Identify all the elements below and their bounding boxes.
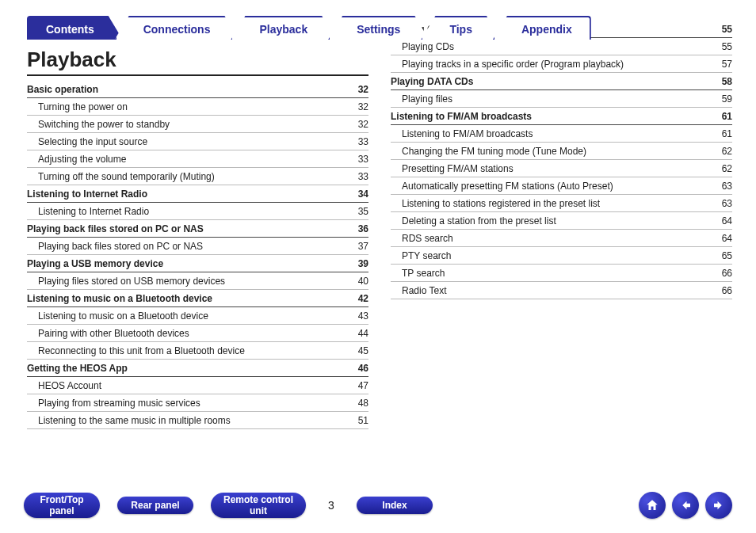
toc-item[interactable]: Listening to the same music in multiple … bbox=[27, 412, 368, 429]
toc-item[interactable]: Presetting FM/AM stations62 bbox=[391, 160, 732, 177]
toc-item[interactable]: Pairing with other Bluetooth devices44 bbox=[27, 325, 368, 342]
toc-page: 61 bbox=[722, 111, 732, 122]
toc-item[interactable]: Playing files stored on USB memory devic… bbox=[27, 272, 368, 290]
tab-contents[interactable]: Contents bbox=[27, 16, 123, 40]
toc-item[interactable]: Switching the power to standby32 bbox=[27, 116, 368, 133]
toc-label: Getting the HEOS App bbox=[27, 363, 128, 374]
toc-page: 59 bbox=[722, 93, 732, 105]
toc-section[interactable]: Playing a USB memory device39 bbox=[27, 255, 368, 272]
toc-page: 42 bbox=[358, 293, 368, 304]
toc-item[interactable]: Listening to Internet Radio35 bbox=[27, 203, 368, 220]
index-button[interactable]: Index bbox=[357, 497, 433, 514]
toc-page: 32 bbox=[358, 101, 368, 112]
toc-page: 33 bbox=[358, 171, 368, 182]
toc-item[interactable]: Listening to music on a Bluetooth device… bbox=[27, 307, 368, 325]
toc-page: 64 bbox=[722, 233, 732, 244]
toc-page: 32 bbox=[358, 119, 368, 130]
rear-panel-button[interactable]: Rear panel bbox=[117, 497, 193, 514]
toc-page: 66 bbox=[722, 285, 732, 296]
tab-tips[interactable]: Tips bbox=[421, 16, 501, 40]
toc-label: Listening to stations registered in the … bbox=[402, 198, 600, 209]
toc-section[interactable]: Listening to music on a Bluetooth device… bbox=[27, 290, 368, 307]
toc-item[interactable]: Playing from streaming music services48 bbox=[27, 394, 368, 412]
toc-item[interactable]: Changing the FM tuning mode (Tune Mode)6… bbox=[391, 143, 732, 160]
toc-item[interactable]: TP search66 bbox=[391, 265, 732, 282]
toc-item[interactable]: Turning off the sound temporarily (Mutin… bbox=[27, 168, 368, 185]
toc-page: 35 bbox=[358, 206, 368, 217]
toc-label: Playing back files stored on PC or NAS bbox=[27, 223, 204, 234]
toc-label: Listening to FM/AM broadcasts bbox=[391, 111, 532, 122]
tab-settings[interactable]: Settings bbox=[328, 16, 429, 40]
toc-label: TP search bbox=[402, 268, 445, 279]
toc-label: Playing tracks in a specific order (Prog… bbox=[402, 59, 624, 70]
toc-item[interactable]: Playing files59 bbox=[391, 90, 732, 108]
toc-label: Turning off the sound temporarily (Mutin… bbox=[38, 171, 215, 182]
toc-item[interactable]: Listening to FM/AM broadcasts61 bbox=[391, 125, 732, 143]
toc-right: Playing CDs55Playing CDs55Playing tracks… bbox=[391, 21, 732, 299]
toc-page: 65 bbox=[722, 250, 732, 261]
toc-item[interactable]: Playing back files stored on PC or NAS37 bbox=[27, 238, 368, 255]
toc-label: HEOS Account bbox=[38, 380, 101, 391]
remote-control-button[interactable]: Remote control unit bbox=[211, 493, 306, 518]
toc-page: 46 bbox=[358, 363, 368, 374]
toc-section[interactable]: Playing DATA CDs58 bbox=[391, 73, 732, 90]
toc-page: 48 bbox=[358, 398, 368, 409]
toc-page: 34 bbox=[358, 188, 368, 200]
toc-label: Listening to music on a Bluetooth device bbox=[27, 293, 212, 304]
toc-item[interactable]: Selecting the input source33 bbox=[27, 133, 368, 150]
toc-label: Playing files bbox=[402, 93, 452, 105]
toc-page: 33 bbox=[358, 154, 368, 165]
toc-item[interactable]: Listening to stations registered in the … bbox=[391, 195, 732, 212]
toc-item[interactable]: Reconnecting to this unit from a Bluetoo… bbox=[27, 342, 368, 360]
toc-item[interactable]: Radio Text66 bbox=[391, 282, 732, 299]
tab-appendix[interactable]: Appendix bbox=[493, 16, 591, 40]
toc-section[interactable]: Getting the HEOS App46 bbox=[27, 360, 368, 377]
toc-item[interactable]: Adjusting the volume33 bbox=[27, 150, 368, 168]
toc-section[interactable]: Playing back files stored on PC or NAS36 bbox=[27, 220, 368, 238]
bottom-bar: Front/Top panel Rear panel Remote contro… bbox=[24, 492, 732, 519]
toc-item[interactable]: Playing CDs55 bbox=[391, 38, 732, 55]
toc-page: 51 bbox=[358, 415, 368, 426]
toc-label: Selecting the input source bbox=[38, 136, 147, 147]
toc-page: 43 bbox=[358, 310, 368, 322]
toc-item[interactable]: Playing tracks in a specific order (Prog… bbox=[391, 55, 732, 73]
tab-connections[interactable]: Connections bbox=[115, 16, 239, 40]
toc-label: Turning the power on bbox=[38, 101, 128, 112]
home-icon[interactable] bbox=[639, 492, 666, 519]
toc-page: 62 bbox=[722, 146, 732, 157]
toc-label: Deleting a station from the preset list bbox=[402, 215, 556, 227]
next-icon[interactable] bbox=[705, 492, 732, 519]
toc-label: Playing from streaming music services bbox=[38, 398, 200, 409]
toc-page: 33 bbox=[358, 136, 368, 147]
toc-label: Radio Text bbox=[402, 285, 446, 296]
toc-label: Adjusting the volume bbox=[38, 154, 126, 165]
toc-page: 55 bbox=[722, 41, 732, 52]
toc-page: 55 bbox=[722, 24, 732, 35]
toc-page: 37 bbox=[358, 241, 368, 252]
toc-label: Listening to the same music in multiple … bbox=[38, 415, 231, 426]
toc-item[interactable]: Deleting a station from the preset list6… bbox=[391, 212, 732, 230]
toc-label: Listening to music on a Bluetooth device bbox=[38, 310, 208, 322]
toc-item[interactable]: Automatically presetting FM stations (Au… bbox=[391, 177, 732, 195]
toc-page: 61 bbox=[722, 128, 732, 139]
toc-item[interactable]: HEOS Account47 bbox=[27, 377, 368, 394]
toc-page: 36 bbox=[358, 223, 368, 234]
toc-label: Basic operation bbox=[27, 84, 98, 95]
toc-label: Switching the power to standby bbox=[38, 119, 170, 130]
toc-page: 45 bbox=[358, 345, 368, 356]
toc-item[interactable]: RDS search64 bbox=[391, 230, 732, 247]
front-panel-button[interactable]: Front/Top panel bbox=[24, 493, 100, 518]
toc-section[interactable]: Listening to FM/AM broadcasts61 bbox=[391, 108, 732, 125]
toc-label: Playing a USB memory device bbox=[27, 258, 163, 269]
toc-label: Reconnecting to this unit from a Bluetoo… bbox=[38, 345, 245, 356]
toc-section[interactable]: Basic operation32 bbox=[27, 81, 368, 98]
toc-item[interactable]: PTY search65 bbox=[391, 247, 732, 265]
toc-label: Presetting FM/AM stations bbox=[402, 163, 514, 174]
toc-label: Changing the FM tuning mode (Tune Mode) bbox=[402, 146, 586, 157]
toc-page: 64 bbox=[722, 215, 732, 227]
prev-icon[interactable] bbox=[672, 492, 699, 519]
toc-item[interactable]: Turning the power on32 bbox=[27, 98, 368, 116]
toc-section[interactable]: Listening to Internet Radio34 bbox=[27, 185, 368, 203]
tab-playback[interactable]: Playback bbox=[231, 16, 336, 40]
toc-page: 57 bbox=[722, 59, 732, 70]
